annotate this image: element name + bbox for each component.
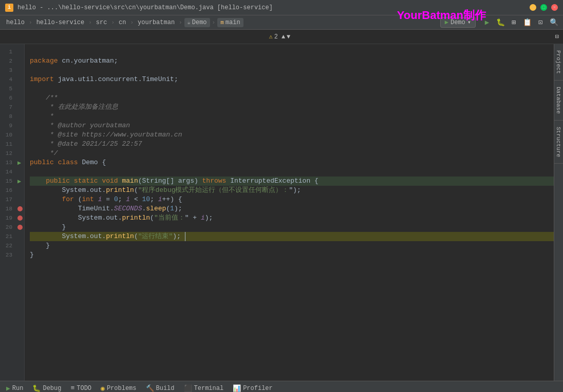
- code-line-14: [30, 167, 554, 177]
- layout-icon[interactable]: ⊡: [535, 18, 546, 27]
- build-btn-icon: 🔨: [146, 384, 154, 393]
- problems-button[interactable]: ◉ Problems: [97, 383, 140, 393]
- nav-bar: hello › hello-service › src › cn › yourb…: [0, 15, 563, 30]
- gutter-row-9: 9: [0, 121, 24, 130]
- structure-panel-tab[interactable]: Structure: [554, 121, 563, 164]
- gutter-row-1: 1: [0, 47, 24, 56]
- editor-header: ⚠ 2 ▲ ▼ ⊟: [0, 30, 563, 44]
- gutter-row-18: 18: [0, 204, 24, 213]
- gutter-row-14: 14: [0, 167, 24, 177]
- code-line-18: TimeUnit.SECONDS.sleep(1);: [30, 204, 554, 213]
- terminal-btn-icon: ⬛: [184, 384, 192, 393]
- run-button[interactable]: ▶ Run: [2, 383, 27, 393]
- code-line-22: }: [30, 241, 554, 250]
- gutter-row-10: 10: [0, 130, 24, 140]
- project-panel-tab[interactable]: Project: [554, 44, 563, 81]
- gutter-row-19: 19: [0, 213, 24, 223]
- app-icon: i: [5, 4, 13, 12]
- warning-icon: ⚠: [269, 33, 272, 41]
- nav-hello-service[interactable]: hello-service: [34, 18, 87, 27]
- run-icon[interactable]: ▶: [482, 18, 492, 27]
- line-number-gutter: 1 2 3 4 5 6 7 8 9 10 11 12 13 ▶ 14 15 ▶ …: [0, 44, 25, 381]
- run-arrow-15[interactable]: ▶: [17, 178, 21, 185]
- fold-icon[interactable]: ⊟: [555, 33, 559, 41]
- code-line-3: [30, 66, 554, 75]
- debug-button[interactable]: 🐛 Debug: [28, 383, 65, 393]
- code-line-7: * 在此处添加备注信息: [30, 103, 554, 112]
- code-line-12: */: [30, 149, 554, 158]
- gutter-row-6: 6: [0, 93, 24, 103]
- code-editor[interactable]: package cn.yourbatman; import java.util.…: [25, 44, 554, 381]
- run-config-dropdown[interactable]: ▶ Demo ▾: [440, 17, 476, 28]
- run-arrow-13[interactable]: ▶: [17, 159, 21, 167]
- gutter-row-4: 4: [0, 75, 24, 84]
- code-line-10: * @site https://www.yourbatman.cn: [30, 130, 554, 140]
- minimize-button[interactable]: −: [530, 4, 536, 11]
- gutter-row-13: 13 ▶: [0, 158, 24, 167]
- bookmark-icon[interactable]: 📋: [522, 18, 532, 27]
- code-line-6: /**: [30, 93, 554, 103]
- coverage-icon[interactable]: ⊞: [509, 18, 519, 27]
- profiler-btn-icon: 📊: [233, 384, 241, 393]
- nav-hello[interactable]: hello: [4, 18, 27, 27]
- code-line-2: package cn.yourbatman;: [30, 56, 554, 66]
- right-side-panels: Project Database Structure: [554, 44, 563, 381]
- code-line-4: import java.util.concurrent.TimeUnit;: [30, 75, 554, 84]
- up-arrow[interactable]: ▲: [282, 33, 285, 41]
- window-controls: − □ ×: [530, 4, 558, 11]
- gutter-row-16: 16: [0, 186, 24, 195]
- window-title: hello - ...\hello-service\src\cn\yourbat…: [17, 4, 530, 11]
- code-line-16: System.out.println("程序debug模式开始运行（但不设置任何…: [30, 186, 554, 195]
- maximize-button[interactable]: □: [540, 4, 547, 11]
- code-line-13: public class Demo {: [30, 158, 554, 167]
- breakpoint-18[interactable]: [17, 206, 23, 211]
- java-file-icon: ☕: [187, 19, 191, 26]
- debug-btn-icon: 🐛: [32, 384, 41, 393]
- todo-button[interactable]: ≡ TODO: [66, 383, 96, 392]
- title-bar: i hello - ...\hello-service\src\cn\yourb…: [0, 0, 563, 15]
- bottom-toolbar: ▶ Run 🐛 Debug ≡ TODO ◉ Problems 🔨 Build …: [0, 381, 563, 392]
- gutter-row-3: 3: [0, 66, 24, 75]
- gutter-row-23: 23: [0, 250, 24, 260]
- code-line-23: }: [30, 250, 554, 260]
- nav-cn[interactable]: cn: [117, 18, 128, 27]
- code-line-11: * @date 2021/1/25 22:57: [30, 140, 554, 149]
- gutter-row-2: 2: [0, 56, 24, 66]
- down-arrow[interactable]: ▼: [287, 33, 290, 41]
- code-line-5: [30, 84, 554, 93]
- profiler-button[interactable]: 📊 Profiler: [229, 383, 277, 393]
- method-icon: m: [220, 19, 224, 26]
- code-line-24: [30, 260, 554, 269]
- gutter-row-21: 21: [0, 232, 24, 241]
- nav-src[interactable]: src: [94, 18, 109, 27]
- profiler-label: Profiler: [243, 385, 273, 392]
- nav-file-demo[interactable]: ☕ Demo: [184, 18, 210, 27]
- debug-icon[interactable]: 🐛: [495, 18, 505, 27]
- code-line-9: * @author yourbatman: [30, 121, 554, 130]
- gutter-row-5: 5: [0, 84, 24, 93]
- gutter-row-17: 17: [0, 195, 24, 204]
- breakpoint-19[interactable]: [17, 215, 23, 221]
- search-icon2[interactable]: 🔍: [549, 18, 559, 27]
- main-layout: 1 2 3 4 5 6 7 8 9 10 11 12 13 ▶ 14 15 ▶ …: [0, 44, 563, 381]
- code-line-21: System.out.println("运行结束");: [30, 232, 554, 241]
- code-line-20: }: [30, 223, 554, 232]
- build-button[interactable]: 🔨 Build: [142, 383, 179, 393]
- gutter-row-8: 8: [0, 112, 24, 121]
- terminal-button[interactable]: ⬛ Terminal: [180, 383, 228, 393]
- close-button[interactable]: ×: [551, 4, 558, 11]
- warning-count: 2: [274, 33, 278, 41]
- gutter-row-11: 11: [0, 140, 24, 149]
- nav-yourbatman[interactable]: yourbatman: [136, 18, 177, 27]
- nav-method-main[interactable]: m main: [217, 18, 243, 27]
- toolbar-icons: ▶ 🐛 ⊞ 📋 ⊡ 🔍: [482, 18, 559, 27]
- gutter-row-22: 22: [0, 241, 24, 250]
- code-line-15: public static void main(String[] args) t…: [30, 177, 554, 186]
- breakpoint-20[interactable]: [17, 225, 23, 230]
- gutter-row-20: 20: [0, 223, 24, 232]
- gutter-row-12: 12: [0, 149, 24, 158]
- warning-badge: ⚠ 2 ▲ ▼: [269, 33, 290, 41]
- run-btn-icon: ▶: [6, 384, 10, 393]
- database-panel-tab[interactable]: Database: [554, 81, 563, 121]
- code-line-1: [30, 47, 554, 56]
